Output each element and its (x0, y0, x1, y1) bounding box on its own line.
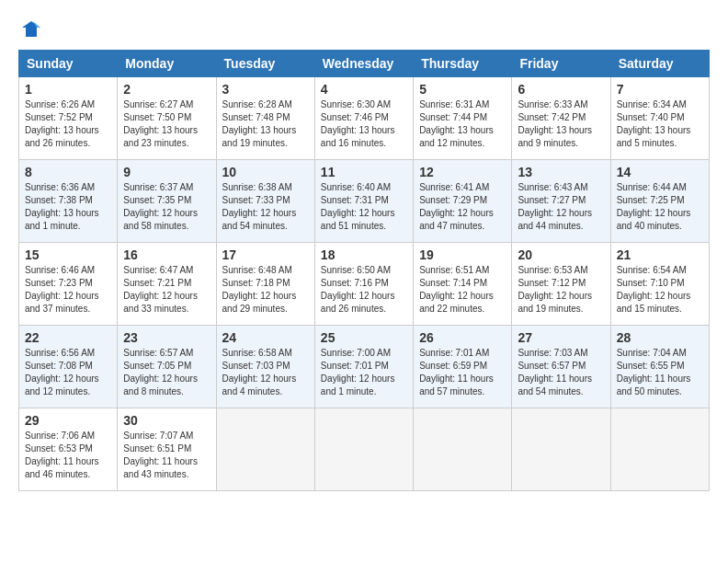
calendar-day: 18Sunrise: 6:50 AM Sunset: 7:16 PM Dayli… (314, 243, 413, 326)
day-info: Sunrise: 6:27 AM Sunset: 7:50 PM Dayligh… (123, 98, 210, 150)
day-number: 28 (617, 330, 703, 345)
day-number: 12 (419, 165, 506, 179)
calendar-day: 15Sunrise: 6:46 AM Sunset: 7:23 PM Dayli… (19, 243, 118, 326)
calendar-week-4: 22Sunrise: 6:56 AM Sunset: 7:08 PM Dayli… (19, 326, 710, 408)
day-info: Sunrise: 6:36 AM Sunset: 7:38 PM Dayligh… (25, 181, 111, 233)
calendar-header-saturday: Saturday (610, 51, 709, 77)
day-number: 20 (518, 247, 604, 262)
day-number: 23 (123, 330, 210, 345)
calendar-day: 27Sunrise: 7:03 AM Sunset: 6:57 PM Dayli… (512, 326, 610, 408)
calendar-week-3: 15Sunrise: 6:46 AM Sunset: 7:23 PM Dayli… (19, 243, 710, 326)
calendar-day: 5Sunrise: 6:31 AM Sunset: 7:44 PM Daylig… (414, 77, 512, 160)
calendar-day: 19Sunrise: 6:51 AM Sunset: 7:14 PM Dayli… (414, 243, 512, 326)
calendar-day: 28Sunrise: 7:04 AM Sunset: 6:55 PM Dayli… (610, 326, 709, 408)
calendar-day: 7Sunrise: 6:34 AM Sunset: 7:40 PM Daylig… (610, 77, 709, 160)
calendar-day: 4Sunrise: 6:30 AM Sunset: 7:46 PM Daylig… (314, 77, 413, 160)
calendar-header-monday: Monday (118, 51, 216, 77)
day-number: 16 (123, 247, 210, 262)
day-info: Sunrise: 7:04 AM Sunset: 6:55 PM Dayligh… (617, 347, 703, 398)
day-number: 13 (518, 165, 604, 179)
day-info: Sunrise: 7:03 AM Sunset: 6:57 PM Dayligh… (518, 347, 604, 398)
day-number: 29 (25, 413, 111, 428)
day-info: Sunrise: 6:26 AM Sunset: 7:52 PM Dayligh… (25, 98, 111, 150)
day-info: Sunrise: 6:40 AM Sunset: 7:31 PM Dayligh… (321, 181, 407, 233)
day-number: 6 (518, 82, 604, 97)
calendar-header-thursday: Thursday (414, 51, 512, 77)
calendar-day: 17Sunrise: 6:48 AM Sunset: 7:18 PM Dayli… (216, 243, 314, 326)
calendar-day: 2Sunrise: 6:27 AM Sunset: 7:50 PM Daylig… (118, 77, 216, 160)
day-info: Sunrise: 6:44 AM Sunset: 7:25 PM Dayligh… (617, 181, 703, 233)
day-info: Sunrise: 6:54 AM Sunset: 7:10 PM Dayligh… (617, 264, 703, 316)
calendar-header-friday: Friday (512, 51, 610, 77)
day-info: Sunrise: 6:48 AM Sunset: 7:18 PM Dayligh… (222, 264, 309, 316)
calendar-day: 13Sunrise: 6:43 AM Sunset: 7:27 PM Dayli… (512, 160, 610, 243)
calendar-day: 25Sunrise: 7:00 AM Sunset: 7:01 PM Dayli… (314, 326, 413, 408)
day-number: 26 (419, 330, 506, 345)
day-info: Sunrise: 6:37 AM Sunset: 7:35 PM Dayligh… (123, 181, 210, 233)
day-info: Sunrise: 6:46 AM Sunset: 7:23 PM Dayligh… (25, 264, 111, 316)
day-number: 19 (419, 247, 506, 262)
day-number: 7 (617, 82, 703, 97)
day-number: 4 (321, 82, 407, 97)
day-info: Sunrise: 6:56 AM Sunset: 7:08 PM Dayligh… (25, 347, 111, 398)
calendar-day: 26Sunrise: 7:01 AM Sunset: 6:59 PM Dayli… (414, 326, 512, 408)
day-number: 8 (25, 165, 111, 179)
calendar-day: 21Sunrise: 6:54 AM Sunset: 7:10 PM Dayli… (610, 243, 709, 326)
calendar-day: 20Sunrise: 6:53 AM Sunset: 7:12 PM Dayli… (512, 243, 610, 326)
day-number: 21 (617, 247, 703, 262)
day-info: Sunrise: 7:01 AM Sunset: 6:59 PM Dayligh… (419, 347, 506, 398)
day-number: 17 (222, 247, 309, 262)
logo-icon (20, 18, 42, 40)
day-info: Sunrise: 6:50 AM Sunset: 7:16 PM Dayligh… (321, 264, 407, 316)
calendar-day: 9Sunrise: 6:37 AM Sunset: 7:35 PM Daylig… (118, 160, 216, 243)
calendar-day: 10Sunrise: 6:38 AM Sunset: 7:33 PM Dayli… (216, 160, 314, 243)
calendar-day (314, 408, 413, 491)
calendar-day (414, 408, 512, 491)
calendar-header-row: SundayMondayTuesdayWednesdayThursdayFrid… (19, 51, 710, 77)
day-info: Sunrise: 7:06 AM Sunset: 6:53 PM Dayligh… (25, 430, 111, 481)
calendar-header-wednesday: Wednesday (314, 51, 413, 77)
day-number: 1 (25, 82, 111, 97)
svg-marker-0 (22, 21, 40, 37)
calendar-day: 16Sunrise: 6:47 AM Sunset: 7:21 PM Dayli… (118, 243, 216, 326)
day-info: Sunrise: 6:33 AM Sunset: 7:42 PM Dayligh… (518, 98, 604, 150)
logo (18, 18, 42, 40)
day-info: Sunrise: 6:47 AM Sunset: 7:21 PM Dayligh… (123, 264, 210, 316)
day-info: Sunrise: 6:28 AM Sunset: 7:48 PM Dayligh… (222, 98, 309, 150)
calendar-day: 1Sunrise: 6:26 AM Sunset: 7:52 PM Daylig… (19, 77, 118, 160)
day-number: 25 (321, 330, 407, 345)
day-number: 11 (321, 165, 407, 179)
calendar-header-sunday: Sunday (19, 51, 118, 77)
day-number: 15 (25, 247, 111, 262)
calendar-day: 8Sunrise: 6:36 AM Sunset: 7:38 PM Daylig… (19, 160, 118, 243)
day-number: 24 (222, 330, 309, 345)
day-info: Sunrise: 6:51 AM Sunset: 7:14 PM Dayligh… (419, 264, 506, 316)
calendar-day: 23Sunrise: 6:57 AM Sunset: 7:05 PM Dayli… (118, 326, 216, 408)
calendar-day: 6Sunrise: 6:33 AM Sunset: 7:42 PM Daylig… (512, 77, 610, 160)
day-number: 14 (617, 165, 703, 179)
day-info: Sunrise: 6:30 AM Sunset: 7:46 PM Dayligh… (321, 98, 407, 150)
day-number: 10 (222, 165, 309, 179)
calendar-week-2: 8Sunrise: 6:36 AM Sunset: 7:38 PM Daylig… (19, 160, 710, 243)
calendar-day: 24Sunrise: 6:58 AM Sunset: 7:03 PM Dayli… (216, 326, 314, 408)
calendar-day: 11Sunrise: 6:40 AM Sunset: 7:31 PM Dayli… (314, 160, 413, 243)
calendar-table: SundayMondayTuesdayWednesdayThursdayFrid… (18, 50, 710, 491)
calendar-day (512, 408, 610, 491)
calendar-day: 30Sunrise: 7:07 AM Sunset: 6:51 PM Dayli… (118, 408, 216, 491)
day-number: 27 (518, 330, 604, 345)
day-number: 18 (321, 247, 407, 262)
day-info: Sunrise: 6:53 AM Sunset: 7:12 PM Dayligh… (518, 264, 604, 316)
day-info: Sunrise: 6:38 AM Sunset: 7:33 PM Dayligh… (222, 181, 309, 233)
day-info: Sunrise: 6:34 AM Sunset: 7:40 PM Dayligh… (617, 98, 703, 150)
calendar-header-tuesday: Tuesday (216, 51, 314, 77)
day-number: 9 (123, 165, 210, 179)
day-info: Sunrise: 6:31 AM Sunset: 7:44 PM Dayligh… (419, 98, 506, 150)
day-number: 5 (419, 82, 506, 97)
calendar-day: 3Sunrise: 6:28 AM Sunset: 7:48 PM Daylig… (216, 77, 314, 160)
day-info: Sunrise: 6:58 AM Sunset: 7:03 PM Dayligh… (222, 347, 309, 398)
day-info: Sunrise: 7:07 AM Sunset: 6:51 PM Dayligh… (123, 430, 210, 481)
page-header (18, 18, 710, 40)
calendar-day (610, 408, 709, 491)
calendar-week-1: 1Sunrise: 6:26 AM Sunset: 7:52 PM Daylig… (19, 77, 710, 160)
day-number: 2 (123, 82, 210, 97)
